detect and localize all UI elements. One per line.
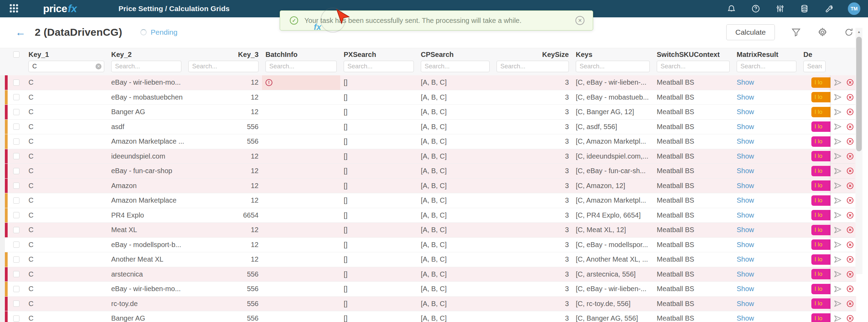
table-row[interactable]: CAmazon12[][A, B, C]3[C, Amazon, 12]Meat… (0, 179, 856, 194)
show-link[interactable]: Show (737, 93, 754, 101)
delete-icon[interactable] (846, 122, 854, 131)
batch-error-icon[interactable]: ! (265, 79, 272, 86)
column-header-matrixresult[interactable]: MatrixResult (733, 51, 800, 59)
table-row[interactable]: CeBay - wir-lieben-mo...12![][A, B, C]3[… (0, 75, 856, 90)
delete-icon[interactable] (846, 196, 854, 205)
table-row[interactable]: CBanger AG556[][A, B, C]3[C, Banger AG, … (0, 311, 856, 322)
show-link[interactable]: Show (737, 152, 754, 160)
table-row[interactable]: CeBay - fun-car-shop12[][A, B, C]3[C, eB… (0, 164, 856, 179)
show-link[interactable]: Show (737, 285, 754, 293)
table-row[interactable]: Cideeundspiel.com12[][A, B, C]3[C, ideeu… (0, 149, 856, 164)
row-checkbox[interactable] (13, 315, 19, 322)
delete-icon[interactable] (846, 314, 854, 322)
send-icon[interactable] (834, 181, 842, 190)
send-icon[interactable] (834, 226, 842, 234)
send-icon[interactable] (834, 122, 842, 131)
help-icon[interactable] (751, 3, 761, 14)
row-checkbox[interactable] (13, 197, 19, 204)
row-checkbox[interactable] (13, 212, 19, 218)
de-badge[interactable]: I lo (811, 284, 830, 294)
show-link[interactable]: Show (737, 270, 754, 278)
scroll-up-icon[interactable]: ▲ (855, 28, 862, 35)
bell-icon[interactable] (726, 3, 737, 14)
send-icon[interactable] (834, 299, 842, 308)
row-checkbox[interactable] (13, 153, 19, 159)
close-icon[interactable]: ✕ (575, 16, 584, 25)
show-link[interactable]: Show (737, 255, 754, 263)
row-checkbox[interactable] (13, 94, 19, 100)
send-icon[interactable] (834, 152, 842, 160)
column-header-key_1[interactable]: Key_1 (25, 51, 108, 59)
send-icon[interactable] (834, 137, 842, 146)
row-checkbox[interactable] (13, 138, 19, 145)
send-icon[interactable] (834, 211, 842, 219)
table-row[interactable]: CPR4 Explo6654[][A, B, C]3[C, PR4 Explo,… (0, 208, 856, 223)
show-link[interactable]: Show (737, 78, 754, 86)
avatar[interactable]: TM (848, 2, 860, 15)
database-icon[interactable] (799, 3, 810, 14)
row-checkbox[interactable] (13, 286, 19, 292)
row-checkbox[interactable] (13, 168, 19, 174)
table-row[interactable]: CeBay - wir-lieben-mo...556[][A, B, C]3[… (0, 282, 856, 297)
refresh-icon[interactable] (844, 27, 854, 37)
search-input-key1[interactable] (28, 61, 104, 72)
de-badge[interactable]: I lo (811, 298, 830, 309)
show-link[interactable]: Show (737, 137, 754, 145)
calculate-button[interactable]: Calculate (726, 24, 775, 40)
search-input-matrix[interactable] (737, 61, 796, 72)
search-input-keys[interactable] (576, 61, 650, 72)
apps-grid-icon[interactable] (10, 4, 19, 13)
column-header-switchskucontext[interactable]: SwitchSKUContext (653, 51, 733, 59)
show-link[interactable]: Show (737, 211, 754, 219)
column-header-pxsearch[interactable]: PXSearch (340, 51, 417, 59)
delete-icon[interactable] (846, 226, 854, 234)
back-arrow-icon[interactable]: ← (15, 27, 26, 37)
column-header-cpsearch[interactable]: CPSearch (417, 51, 493, 59)
show-link[interactable]: Show (737, 226, 754, 234)
show-link[interactable]: Show (737, 241, 754, 249)
gear-icon[interactable] (817, 27, 828, 37)
row-checkbox[interactable] (13, 271, 19, 277)
row-checkbox[interactable] (13, 242, 19, 248)
search-input-ctx[interactable] (657, 61, 730, 72)
delete-icon[interactable] (846, 78, 854, 87)
send-icon[interactable] (834, 167, 842, 175)
row-checkbox[interactable] (13, 109, 19, 115)
search-input-px[interactable] (344, 61, 414, 72)
delete-icon[interactable] (846, 240, 854, 249)
delete-icon[interactable] (846, 152, 854, 160)
table-row[interactable]: CAmazon Marketplace12[][A, B, C]3[C, Ama… (0, 193, 856, 208)
column-header-key_2[interactable]: Key_2 (108, 51, 185, 59)
de-badge[interactable]: I lo (811, 166, 830, 176)
de-badge[interactable]: I lo (811, 269, 830, 279)
column-header-de[interactable]: De (800, 51, 830, 59)
wrench-icon[interactable] (824, 3, 834, 14)
row-checkbox[interactable] (13, 79, 19, 86)
send-icon[interactable] (834, 108, 842, 116)
de-badge[interactable]: I lo (811, 180, 830, 191)
table-row[interactable]: Casdf556[][A, B, C]3[C, asdf, 556]Meatba… (0, 120, 856, 135)
de-badge[interactable]: I lo (811, 136, 830, 147)
show-link[interactable]: Show (737, 300, 754, 308)
de-badge[interactable]: I lo (811, 151, 830, 161)
pricefx-logo[interactable]: pricefx (43, 3, 77, 15)
row-checkbox[interactable] (13, 300, 19, 307)
send-icon[interactable] (834, 196, 842, 205)
search-input-de[interactable] (803, 61, 826, 72)
delete-icon[interactable] (846, 167, 854, 175)
table-row[interactable]: CAnother Meat XL12[][A, B, C]3[C, Anothe… (0, 252, 856, 267)
column-header-batchinfo[interactable]: BatchInfo (262, 51, 340, 59)
delete-icon[interactable] (846, 181, 854, 190)
row-checkbox[interactable] (13, 124, 19, 130)
de-badge[interactable]: I lo (811, 313, 830, 322)
column-header-keys[interactable]: Keys (572, 51, 653, 59)
table-row[interactable]: CBanger AG12[][A, B, C]3[C, Banger AG, 1… (0, 105, 856, 120)
search-input-key2[interactable] (111, 61, 181, 72)
search-input-keysize[interactable] (497, 61, 569, 72)
send-icon[interactable] (834, 78, 842, 87)
de-badge[interactable]: I lo (811, 254, 830, 265)
send-icon[interactable] (834, 314, 842, 322)
row-checkbox[interactable] (13, 256, 19, 263)
de-badge[interactable]: I lo (811, 77, 830, 88)
de-badge[interactable]: I lo (811, 195, 830, 206)
